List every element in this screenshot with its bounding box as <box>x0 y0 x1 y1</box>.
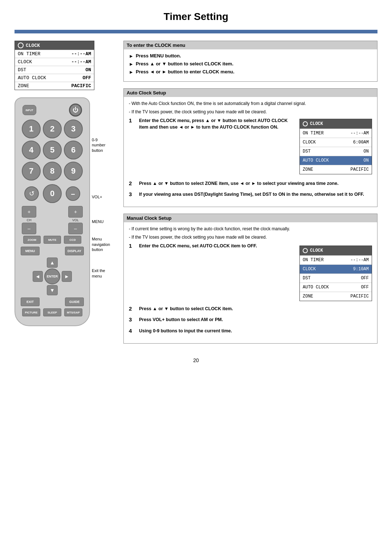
zoom-button[interactable]: ZOOM <box>23 236 41 244</box>
step-num-2: 2 <box>129 180 135 187</box>
num-btn-3[interactable]: 3 <box>64 119 83 138</box>
dst-label: DST <box>18 67 26 73</box>
enter-clock-instructions: ► Press MENU button. ► Press ▲ or ▼ butt… <box>129 53 372 75</box>
clock-menu-row-auto-clock: AUTO CLOCK OFF <box>15 74 94 82</box>
auto-auto-clock-row: AUTO CLOCKON <box>300 156 372 165</box>
nav-left-button[interactable]: ◄ <box>33 271 43 282</box>
clock-value: --:--AM <box>71 59 91 65</box>
sleep-button[interactable]: SLEEP <box>43 308 61 316</box>
display-button[interactable]: DISPLAY <box>65 247 84 255</box>
num-btn-5[interactable]: 5 <box>43 141 62 159</box>
clock-menu-auto: CLOCK ON TIMER--:--AM CLOCK6:00AM DSTON <box>296 117 372 174</box>
exit-button[interactable]: EXIT <box>21 297 40 306</box>
manual-step4-text: Using 0-9 buttons to input the current t… <box>139 328 232 333</box>
nav-right-button[interactable]: ► <box>62 271 72 282</box>
vol-plus-btn[interactable]: + <box>68 206 83 218</box>
ch-plus-btn[interactable]: + <box>22 206 36 218</box>
enter-clock-step-2: ► Press ▲ or ▼ button to select CLOCK it… <box>129 61 372 67</box>
nav-up-button[interactable]: ▲ <box>47 258 58 268</box>
clock-menu-manual-header: CLOCK <box>300 246 372 255</box>
num-btn-8[interactable]: 8 <box>43 162 62 181</box>
manual-step-content-2: Press ▲ or ▼ button to select CLOCK item… <box>139 305 372 312</box>
manual-step-num-2: 2 <box>129 305 135 312</box>
page-container: Timer Setting CLOCK ON TIMER --:--AM CLO… <box>0 0 392 370</box>
vol-minus-btn[interactable]: – <box>68 223 83 234</box>
special-row: ↺ 0 – <box>19 184 86 203</box>
manual-step-2: 2 Press ▲ or ▼ button to select CLOCK it… <box>129 305 372 312</box>
number-grid: 1 2 3 4 5 6 7 8 9 <box>19 119 86 181</box>
num-btn-6[interactable]: 6 <box>64 141 83 159</box>
input-button[interactable]: INPUT <box>23 105 36 115</box>
decorative-bar <box>15 30 377 33</box>
left-column: CLOCK ON TIMER --:--AM CLOCK --:--AM DST… <box>15 41 116 350</box>
manual-zone-row: ZONEPACIFIC <box>300 292 372 301</box>
ccd-button[interactable]: CCD <box>64 236 81 244</box>
enter-label: ENTER <box>47 275 58 278</box>
num-btn-0[interactable]: 0 <box>43 184 62 203</box>
manual-step-content-3: Press VOL+ button to select AM or PM. <box>139 316 372 323</box>
manual-auto-clock-row: AUTO CLOCKOFF <box>300 283 372 292</box>
vol-group: + VOL – <box>68 206 83 234</box>
repeat-button[interactable]: ↺ <box>24 186 39 201</box>
manual-clock-title: Manual Clock Setup <box>124 214 377 222</box>
enter-button[interactable]: ENTER <box>44 268 60 284</box>
bottom-btn-row: PICTURE SLEEP MTS/SAP <box>19 308 86 316</box>
power-button[interactable]: ⏻ <box>69 104 82 117</box>
num-btn-2[interactable]: 2 <box>43 119 62 138</box>
clock-menu-manual: CLOCK ON TIMER--:--AM CLOCK9:10AM DSTOFF <box>296 244 372 301</box>
enter-clock-section: To enter the CLOCK menu ► Press MENU but… <box>123 41 377 82</box>
main-content: CLOCK ON TIMER --:--AM CLOCK --:--AM DST… <box>0 41 392 350</box>
manual-step3-text: Press VOL+ button to select AM or PM. <box>139 317 223 322</box>
vol-ch-row: + CH – + VOL – <box>19 206 86 234</box>
auto-on-timer-row: ON TIMER--:--AM <box>300 129 372 138</box>
auto-dst-row: DSTON <box>300 147 372 156</box>
manual-step1-text: Enter the CLOCK menu, set AUTO CLOCK ite… <box>139 243 257 248</box>
clock-menu-top: CLOCK ON TIMER --:--AM CLOCK --:--AM DST… <box>15 41 94 90</box>
enter-clock-step-3: ► Press ◄ or ► button to enter CLOCK men… <box>129 69 372 75</box>
mts-sap-button[interactable]: MTS/SAP <box>64 308 82 316</box>
remote-wrapper: INPUT ⏻ 1 2 3 4 5 6 7 <box>15 97 116 326</box>
auto-clock-section: Auto Clock Setup - With the Auto Clock f… <box>123 88 377 207</box>
arrow-icon-3: ► <box>129 69 134 75</box>
dst-value: ON <box>85 67 91 73</box>
manual-step-num-4: 4 <box>129 328 135 335</box>
clock-menu-row-clock: CLOCK --:--AM <box>15 58 94 66</box>
menu-button[interactable]: MENU <box>21 247 40 255</box>
on-timer-value: --:--AM <box>71 51 91 57</box>
zone-label: ZONE <box>18 83 29 89</box>
dash-button[interactable]: – <box>66 186 80 201</box>
manual-step2-text: Press ▲ or ▼ button to select CLOCK item… <box>139 306 233 311</box>
guide-button[interactable]: GUIDE <box>65 297 84 306</box>
clock-menu-top-header: CLOCK <box>15 41 94 50</box>
enter-clock-step-1: ► Press MENU button. <box>129 53 372 59</box>
manual-step-num-3: 3 <box>129 316 135 323</box>
clock-menu-manual-header-label: CLOCK <box>310 247 323 254</box>
step-num-3: 3 <box>129 191 135 198</box>
clock-menu-auto-table: CLOCK ON TIMER--:--AM CLOCK6:00AM DSTON <box>299 119 372 174</box>
manual-step-content-4: Using 0-9 buttons to input the current t… <box>139 328 372 335</box>
step-content-2: Press ▲ or ▼ button to select ZONE item,… <box>139 180 372 187</box>
num-btn-4[interactable]: 4 <box>22 141 41 159</box>
enter-clock-step-3-text: Press ◄ or ► button to enter CLOCK menu. <box>136 69 234 74</box>
label-menu-nav: Menu navigationbutton <box>92 236 116 252</box>
nav-middle-row: ◄ ENTER ► <box>33 268 72 284</box>
num-btn-1[interactable]: 1 <box>22 119 41 138</box>
ch-group: + CH – <box>22 206 36 234</box>
clock-icon-auto <box>303 121 308 126</box>
power-icon: ⏻ <box>73 107 78 113</box>
manual-step-4: 4 Using 0-9 buttons to input the current… <box>129 328 372 335</box>
arrow-icon-1: ► <box>129 53 134 59</box>
picture-button[interactable]: PICTURE <box>22 308 40 316</box>
auto-step3-text: If your viewing area uses DST(Daylight S… <box>139 192 364 197</box>
zoom-mute-ccd-row: ZOOM MUTE CCD <box>19 236 86 244</box>
zone-value: PACIFIC <box>71 83 91 89</box>
clock-icon-top <box>18 42 24 48</box>
auto-clock-row: CLOCK6:00AM <box>300 138 372 147</box>
label-menu: MENU <box>92 219 116 224</box>
mute-button[interactable]: MUTE <box>44 236 61 244</box>
ch-minus-btn[interactable]: – <box>22 223 36 234</box>
num-btn-7[interactable]: 7 <box>22 162 41 181</box>
nav-down-button[interactable]: ▼ <box>47 285 58 295</box>
num-btn-9[interactable]: 9 <box>64 162 83 181</box>
remote-top-row: INPUT ⏻ <box>19 104 86 117</box>
